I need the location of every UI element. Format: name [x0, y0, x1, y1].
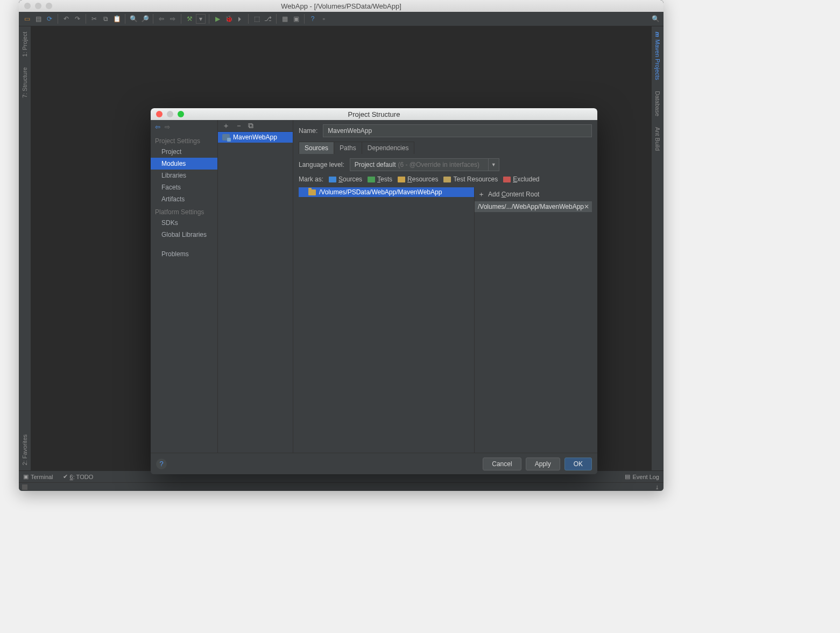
window-titlebar: WebApp - [/Volumes/PSData/WebApp] [19, 0, 663, 12]
mark-test-resources-label: Test Resources [453, 175, 498, 183]
tool-window-project[interactable]: 1: Project [22, 26, 28, 62]
tool-window-structure-label: 7: Structure [22, 67, 28, 98]
tool-window-terminal[interactable]: ▣ Terminal [23, 473, 53, 480]
tool-window-event-log[interactable]: ▤ Event Log [625, 473, 659, 480]
tab-dependencies[interactable]: Dependencies [362, 142, 415, 154]
tool-window-favorites-label: 2: Favorites [22, 434, 28, 465]
sidebar-item-modules[interactable]: Modules [151, 158, 217, 170]
copy-module-icon[interactable]: ⧉ [248, 121, 253, 130]
dialog-help-icon[interactable]: ? [156, 459, 167, 469]
dialog-footer: ? Cancel Apply OK [151, 453, 597, 474]
paste-icon[interactable]: 📋 [112, 14, 122, 24]
main-toolbar: ▭ ▤ ⟳ ↶ ↷ ✂ ⧉ 📋 🔍 🔎 ⇦ ⇨ ⚒ ▾ ▶ 🐞 ⏵ ⬚ ⎇ ▦ … [19, 12, 663, 26]
right-gutter: m Maven Projects Database Ant Build [652, 26, 663, 470]
window-zoom-button[interactable] [46, 3, 52, 9]
module-name-input[interactable] [323, 124, 592, 137]
tree-root-row[interactable]: /Volumes/PSData/WebApp/MavenWebApp [299, 187, 474, 197]
coverage-icon[interactable]: ⏵ [235, 14, 245, 24]
sidebar-item-sdks[interactable]: SDKs [151, 217, 217, 229]
content-root-item[interactable]: /Volumes/.../WebApp/MavenWebApp ✕ [475, 201, 592, 212]
mark-resources-label: esources [412, 175, 439, 183]
add-content-root-button[interactable]: ＋ Add Content Root [475, 187, 592, 201]
cut-icon[interactable]: ✂ [89, 14, 99, 24]
redo-icon[interactable]: ↷ [73, 14, 82, 24]
maven-m-icon: m [654, 32, 661, 37]
sidebar-item-facets[interactable]: Facets [151, 181, 217, 193]
terminal-icon: ▣ [23, 473, 29, 480]
project-structure-dialog: Project Structure ⇦ ⇨ Project Settings P… [151, 108, 597, 474]
debug-icon[interactable]: 🐞 [224, 14, 234, 24]
run-config-dropdown[interactable]: ▾ [196, 14, 206, 24]
open-icon[interactable]: ▭ [22, 14, 32, 24]
build-icon[interactable]: ⚒ [185, 14, 194, 24]
copy-icon[interactable]: ⧉ [101, 14, 110, 24]
mark-sources-label: ources [343, 175, 362, 183]
sdk-icon[interactable]: ▣ [291, 14, 301, 24]
vcs-icon[interactable]: ⎇ [263, 14, 273, 24]
tool-window-ant-label: Ant Build [654, 127, 661, 151]
replace-icon[interactable]: 🔎 [140, 14, 150, 24]
mark-resources-button[interactable]: Resources [398, 175, 438, 183]
ok-button[interactable]: OK [564, 458, 592, 470]
sidebar-item-global-libraries[interactable]: Global Libraries [151, 229, 217, 241]
tool-window-ant[interactable]: Ant Build [654, 122, 661, 156]
folder-teal-icon [443, 177, 451, 182]
event-log-icon: ▤ [625, 473, 630, 480]
tab-sources[interactable]: Sources [299, 142, 334, 154]
find-icon[interactable]: 🔍 [129, 14, 138, 24]
sidebar-item-problems[interactable]: Problems [151, 248, 217, 260]
left-gutter: 1: Project 7: Structure 2: Favorites [19, 26, 31, 470]
sync-icon[interactable]: ⟳ [45, 14, 54, 24]
ide-window: WebApp - [/Volumes/PSData/WebApp] ▭ ▤ ⟳ … [19, 0, 663, 491]
tool-window-maven[interactable]: m Maven Projects [654, 26, 661, 86]
content-tree[interactable]: /Volumes/PSData/WebApp/MavenWebApp [299, 187, 474, 453]
window-title: WebApp - [/Volumes/PSData/WebApp] [19, 2, 663, 10]
editor-area: Project Structure ⇦ ⇨ Project Settings P… [31, 26, 652, 470]
dialog-body: ⇦ ⇨ Project Settings Project Modules Lib… [151, 120, 597, 453]
stop-icon[interactable]: ⬚ [252, 14, 262, 24]
run-icon[interactable]: ▶ [213, 14, 222, 24]
cancel-button[interactable]: Cancel [483, 458, 521, 470]
window-close-button[interactable] [24, 3, 31, 9]
mark-tests-button[interactable]: Tests [368, 175, 392, 183]
app-body: 1: Project 7: Structure 2: Favorites [19, 26, 663, 470]
tool-window-database[interactable]: Database [654, 86, 661, 122]
remove-module-icon[interactable]: － [235, 121, 243, 131]
tab-paths[interactable]: Paths [334, 142, 362, 154]
add-module-icon[interactable]: ＋ [222, 121, 230, 131]
window-minimize-button[interactable] [35, 3, 41, 9]
misc-icon[interactable]: ▫ [319, 14, 329, 24]
settings-icon[interactable]: ▦ [280, 14, 290, 24]
mark-excluded-button[interactable]: Excluded [503, 175, 539, 183]
status-left-icon[interactable] [22, 484, 27, 490]
search-everywhere-icon[interactable]: 🔍 [651, 14, 660, 24]
sidebar-item-libraries[interactable]: Libraries [151, 170, 217, 181]
status-right-icon[interactable]: ⤓ [655, 484, 660, 490]
language-level-select[interactable]: Project default (6 - @Override in interf… [350, 158, 499, 171]
save-icon[interactable]: ▤ [33, 14, 43, 24]
tool-window-structure[interactable]: 7: Structure [22, 62, 28, 103]
back-icon[interactable]: ⇦ [157, 14, 166, 24]
name-label: Name: [299, 127, 317, 135]
nav-back-icon[interactable]: ⇦ [155, 123, 163, 131]
content-roots-pane: ＋ Add Content Root /Volumes/.../WebApp/M… [474, 187, 592, 453]
dialog-sidebar: ⇦ ⇨ Project Settings Project Modules Lib… [151, 120, 218, 453]
todo-label: 6: TODO [70, 474, 94, 480]
nav-forward-icon[interactable]: ⇨ [165, 123, 172, 131]
content-root-path: /Volumes/.../WebApp/MavenWebApp [478, 203, 584, 210]
mark-sources-button[interactable]: Sources [329, 175, 362, 183]
sidebar-item-artifacts[interactable]: Artifacts [151, 193, 217, 205]
tool-window-todo[interactable]: ✔ 6: TODO [63, 473, 94, 480]
undo-icon[interactable]: ↶ [61, 14, 71, 24]
forward-icon[interactable]: ⇨ [168, 14, 178, 24]
sidebar-item-project[interactable]: Project [151, 146, 217, 158]
help-icon[interactable]: ? [308, 14, 317, 24]
apply-button[interactable]: Apply [526, 458, 560, 470]
tool-window-favorites[interactable]: 2: Favorites [22, 429, 28, 470]
remove-content-root-icon[interactable]: ✕ [584, 203, 589, 210]
dialog-titlebar: Project Structure [151, 108, 597, 120]
module-item[interactable]: MavenWebApp [218, 132, 293, 143]
mark-test-resources-button[interactable]: Test Resources [443, 175, 498, 183]
language-level-value: Project default [355, 161, 396, 168]
terminal-label: Terminal [31, 474, 53, 480]
